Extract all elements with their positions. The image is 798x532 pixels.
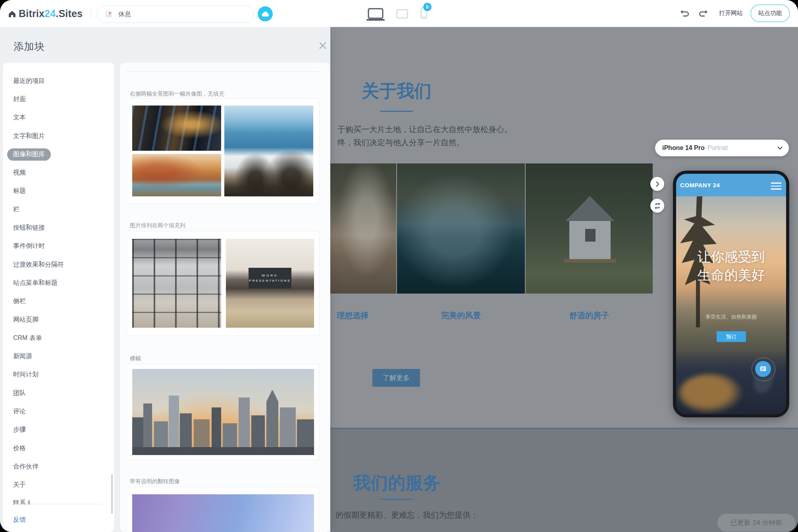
- block-search: [97, 6, 254, 23]
- phone-hero-subtitle: 享受生活、自然和美丽: [676, 313, 786, 321]
- thumb-city-skyline: [132, 369, 314, 455]
- top-toolbar: Bitrix24.Sites 新: [0, 0, 798, 27]
- desktop-view-icon[interactable]: [366, 8, 385, 21]
- sidebar-item-label: 价格: [13, 444, 26, 453]
- block-preview-two-columns[interactable]: WORK PRESENTATIONS: [127, 231, 320, 336]
- sidebar-item[interactable]: 步骤: [3, 421, 114, 439]
- collapse-panel-button[interactable]: [650, 177, 664, 191]
- block-gallery: 右侧两幅全景图和一幅肖像图，无填充 图片排列在两个填充列 WORK PRESEN…: [120, 63, 330, 532]
- sidebar-item-label: 文字和图片: [13, 132, 45, 140]
- site-actions-button[interactable]: 站点功能: [750, 4, 790, 22]
- sidebar-item[interactable]: 评论: [3, 402, 114, 421]
- block-preview-banner[interactable]: [127, 364, 320, 460]
- sidebar-item-label: 侧栏: [13, 297, 26, 305]
- publish-cloud-button[interactable]: [258, 6, 273, 21]
- sidebar-item-label: 评论: [13, 407, 26, 416]
- thumb-office-interior: [132, 239, 221, 328]
- refresh-preview-button[interactable]: [650, 199, 664, 213]
- sidebar-item[interactable]: 价格: [3, 439, 114, 457]
- sidebar-item[interactable]: 栏: [3, 200, 114, 219]
- sidebar-item[interactable]: 联系人: [3, 494, 114, 505]
- sidebar-item-label: CRM 表单: [13, 334, 42, 342]
- device-model-label: iPhone 14 Pro: [662, 144, 705, 152]
- thumb-living-room: WORK PRESENTATIONS: [226, 239, 314, 328]
- sidebar-item-label: 按钮和链接: [13, 224, 45, 232]
- sidebar-item-label: 网站页脚: [13, 316, 39, 324]
- services-paragraph: 的假期更精彩、更难忘，我们为您提供：: [335, 509, 478, 522]
- sidebar-item-label: 封面: [13, 95, 26, 104]
- chevron-right-icon: [654, 181, 661, 188]
- sidebar-item[interactable]: 网站页脚: [3, 311, 114, 329]
- sidebar-item[interactable]: 侧栏: [3, 292, 114, 311]
- about-caption-3: 舒适的房子: [569, 310, 609, 321]
- sidebar-item-label: 步骤: [13, 426, 26, 434]
- phone-hero-title: 让你感受到 生命的美好: [676, 248, 786, 284]
- add-block-panel: 添加块 最近的项目封面文本文字和图片图像和图库视频标题栏按钮和链接事件倒计时过渡…: [0, 27, 330, 532]
- toolbar-divider: [91, 10, 91, 18]
- sidebar-item-label: 栏: [13, 206, 19, 214]
- block-label-4: 带有说明的翻转图像: [130, 478, 180, 485]
- sidebar-item[interactable]: 文字和图片: [3, 127, 114, 145]
- chevron-down-icon: [777, 146, 783, 150]
- sidebar-item-label: 视频: [13, 169, 26, 177]
- device-orientation-label: Portrait: [707, 144, 728, 152]
- about-paragraph: 于购买一大片土地，让自己在大自然中放松身心。 终，我们决定与他人分享一片自然。: [337, 123, 512, 149]
- about-image-lake: [397, 163, 525, 294]
- phone-site-brand: COMPANY 24: [680, 182, 720, 188]
- sidebar-item-label: 新闻源: [13, 352, 32, 361]
- phone-book-button[interactable]: 预订: [717, 331, 746, 342]
- feedback-link[interactable]: 反馈: [13, 516, 26, 524]
- sidebar-item[interactable]: CRM 表单: [3, 329, 114, 347]
- search-input[interactable]: [118, 9, 246, 20]
- undo-icon[interactable]: [680, 10, 689, 18]
- sidebar-item[interactable]: 团队: [3, 384, 114, 402]
- sidebar-item[interactable]: 视频: [3, 163, 114, 182]
- chat-widget-button[interactable]: [755, 361, 771, 377]
- sidebar-item-label: 过渡效果和分隔符: [13, 261, 64, 269]
- sidebar-item[interactable]: 关于: [3, 476, 114, 494]
- sidebar-list: 最近的项目封面文本文字和图片图像和图库视频标题栏按钮和链接事件倒计时过渡效果和分…: [3, 63, 114, 505]
- previous-block-edge: [127, 71, 320, 72]
- about-title: 关于我们: [362, 79, 432, 103]
- sidebar-item[interactable]: 站点菜单和标题: [3, 274, 114, 292]
- thumb-sea-terrace: [224, 106, 313, 196]
- open-site-button[interactable]: 打开网站: [719, 10, 743, 17]
- tablet-view-icon[interactable]: [396, 9, 408, 19]
- sidebar-item-label: 时间计划: [13, 371, 39, 379]
- sidebar-item[interactable]: 过渡效果和分隔符: [3, 255, 114, 274]
- sidebar-item[interactable]: 标题: [3, 182, 114, 200]
- sidebar-item-label: 关于: [13, 481, 26, 489]
- phone-preview: 让你感受到 生命的美好 享受生活、自然和美丽 预订 COMPANY 24: [673, 171, 789, 417]
- phone-site-header: COMPANY 24: [676, 174, 786, 196]
- sidebar-item[interactable]: 文本: [3, 109, 114, 127]
- search-block-icon: [106, 11, 112, 17]
- chat-lines-icon: [759, 366, 767, 372]
- sidebar-item-label: 合作伙伴: [13, 463, 39, 471]
- last-updated-status: 已更新 24 分钟前: [717, 514, 795, 532]
- block-preview-panorama-portrait[interactable]: [127, 98, 320, 204]
- sidebar-scrollbar[interactable]: [111, 474, 113, 514]
- device-select[interactable]: iPhone 14 Pro Portrait: [655, 140, 789, 156]
- sidebar-item[interactable]: 时间计划: [3, 366, 114, 384]
- redo-icon[interactable]: [699, 10, 708, 18]
- sidebar-item-label: 图像和图库: [7, 148, 51, 161]
- hamburger-menu-icon[interactable]: [771, 182, 781, 192]
- block-preview-flip-image[interactable]: [127, 487, 320, 532]
- sidebar-item[interactable]: 新闻源: [3, 347, 114, 365]
- sidebar-item-label: 标题: [13, 187, 26, 195]
- app-logo[interactable]: Bitrix24.Sites: [19, 8, 83, 19]
- home-icon[interactable]: [8, 10, 16, 18]
- sidebar-item[interactable]: 最近的项目: [3, 72, 114, 90]
- thumb-old-town: [132, 154, 221, 196]
- thumb-gradient-sky: [132, 494, 314, 532]
- phone-screen: 让你感受到 生命的美好 享受生活、自然和美丽 预订 COMPANY 24: [676, 174, 786, 414]
- close-icon[interactable]: [318, 41, 327, 50]
- sidebar-item[interactable]: 图像和图库: [3, 145, 114, 163]
- sidebar-item[interactable]: 合作伙伴: [3, 457, 114, 476]
- thumb-city-night: [132, 106, 221, 151]
- sidebar-item[interactable]: 事件倒计时: [3, 237, 114, 255]
- sidebar-item[interactable]: 封面: [3, 90, 114, 108]
- about-caption-2: 完美的风景: [441, 310, 481, 321]
- sidebar-item[interactable]: 按钮和链接: [3, 219, 114, 237]
- refresh-icon: [654, 202, 661, 209]
